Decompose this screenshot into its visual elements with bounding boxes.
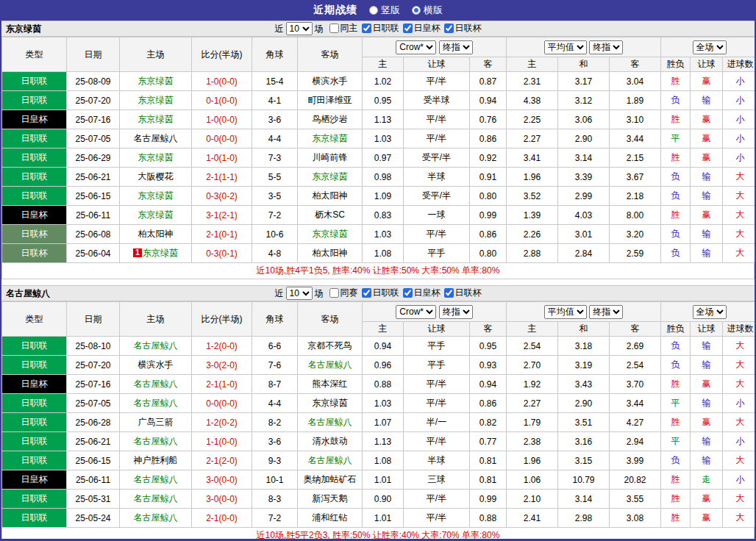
filter-option[interactable]: 日联杯 — [441, 287, 482, 299]
match-score[interactable]: 1-2(0-0) — [192, 337, 252, 356]
recent-count-select[interactable]: 10 — [286, 22, 313, 35]
home-team-name[interactable]: 名古屋鲸八 — [134, 398, 178, 408]
filter-checkbox[interactable] — [403, 288, 413, 298]
away-team[interactable]: 名古屋鲸八 — [298, 356, 363, 375]
match-score[interactable]: 1-0(1-0) — [192, 148, 252, 168]
layout-radio-vertical[interactable]: 竖版 — [369, 4, 400, 17]
match-score[interactable]: 1-0(0-0) — [192, 72, 252, 91]
euro-source-select[interactable]: 平均值 — [544, 40, 587, 54]
away-team-name[interactable]: 新泻天鹅 — [313, 493, 348, 504]
away-team[interactable]: 川崎前锋 — [298, 148, 363, 168]
away-team-name[interactable]: 浦和红钻 — [313, 512, 348, 523]
away-team-name[interactable]: 名古屋鲸八 — [308, 455, 352, 465]
home-team-name[interactable]: 东京绿茵 — [138, 209, 174, 220]
away-team[interactable]: 名古屋鲸八 — [298, 413, 363, 432]
match-score[interactable]: 2-1(0-0) — [192, 509, 252, 528]
recent-count-select[interactable]: 10 — [286, 287, 313, 300]
scope-select[interactable]: 全场 — [693, 40, 727, 54]
away-team[interactable]: 东京绿茵 — [298, 225, 363, 244]
match-score[interactable]: 1-1(0-0) — [192, 432, 252, 451]
home-team[interactable]: 东京绿茵 — [120, 187, 192, 206]
away-team[interactable]: 浦和红钻 — [298, 509, 363, 528]
match-score[interactable]: 0-3(0-1) — [192, 244, 252, 263]
filter-option[interactable]: 日职联 — [358, 22, 399, 35]
home-team-name[interactable]: 东京绿茵 — [138, 152, 174, 162]
away-team[interactable]: 町田泽维亚 — [298, 91, 363, 110]
away-team[interactable]: 京都不死鸟 — [298, 337, 363, 356]
asia-stage-select[interactable]: 终指 — [439, 305, 473, 319]
filter-checkbox[interactable] — [362, 24, 371, 33]
home-team[interactable]: 东京绿茵 — [120, 72, 192, 91]
away-team-name[interactable]: 鸟栖沙岩 — [313, 114, 348, 124]
away-team-name[interactable]: 清水鼓动 — [313, 436, 348, 446]
away-team-name[interactable]: 东京绿茵 — [313, 398, 348, 408]
home-team-name[interactable]: 名古屋鲸八 — [134, 474, 178, 484]
away-team[interactable]: 新泻天鹅 — [298, 490, 363, 509]
match-score[interactable]: 1-0(0-0) — [192, 110, 252, 129]
home-team[interactable]: 名古屋鲸八 — [120, 394, 192, 413]
match-score[interactable]: 3-0(0-0) — [192, 470, 252, 490]
away-team[interactable]: 鸟栖沙岩 — [298, 110, 363, 129]
filter-option[interactable]: 同赛 — [326, 287, 358, 299]
away-team-name[interactable]: 奥纳加蛄矿石 — [304, 474, 357, 484]
home-team-name[interactable]: 东京绿茵 — [138, 95, 174, 105]
asia-source-select[interactable]: Crow* — [396, 40, 436, 54]
home-team[interactable]: 横滨水手 — [120, 356, 192, 375]
away-team[interactable]: 清水鼓动 — [298, 432, 363, 451]
home-team-name[interactable]: 名古屋鲸八 — [134, 493, 178, 504]
home-team-name[interactable]: 广岛三箭 — [138, 417, 174, 427]
home-team[interactable]: 大阪樱花 — [120, 168, 192, 187]
euro-source-select[interactable]: 平均值 — [544, 305, 587, 319]
away-team-name[interactable]: 东京绿茵 — [313, 133, 348, 143]
home-team[interactable]: 名古屋鲸八 — [120, 470, 192, 490]
home-team[interactable]: 名古屋鲸八 — [120, 337, 192, 356]
away-team-name[interactable]: 名古屋鲸八 — [308, 417, 352, 427]
match-score[interactable]: 2-1(1-1) — [192, 168, 252, 187]
away-team-name[interactable]: 京都不死鸟 — [308, 340, 352, 351]
home-team[interactable]: 东京绿茵 — [120, 148, 192, 168]
home-team-name[interactable]: 东京绿茵 — [138, 76, 174, 86]
away-team[interactable]: 东京绿茵 — [298, 394, 363, 413]
home-team[interactable]: 名古屋鲸八 — [120, 509, 192, 528]
away-team-name[interactable]: 横滨水手 — [313, 76, 348, 86]
home-team-name[interactable]: 大阪樱花 — [138, 171, 174, 182]
home-team-name[interactable]: 东京绿茵 — [143, 248, 178, 258]
match-score[interactable]: 3-0(2-0) — [192, 356, 252, 375]
filter-option[interactable]: 同主 — [326, 22, 358, 35]
home-team[interactable]: 名古屋鲸八 — [120, 432, 192, 451]
home-team[interactable]: 东京绿茵 — [120, 110, 192, 129]
home-team[interactable]: 东京绿茵 — [120, 206, 192, 225]
home-team[interactable]: 广岛三箭 — [120, 413, 192, 432]
home-team-name[interactable]: 名古屋鲸八 — [134, 133, 178, 143]
away-team[interactable]: 奥纳加蛄矿石 — [298, 470, 363, 490]
away-team-name[interactable]: 东京绿茵 — [313, 171, 348, 182]
away-team-name[interactable]: 川崎前锋 — [313, 152, 348, 162]
home-team-name[interactable]: 柏太阳神 — [138, 229, 174, 239]
filter-option[interactable]: 日皇杯 — [399, 22, 441, 35]
match-score[interactable]: 2-1(2-0) — [192, 451, 252, 470]
away-team-name[interactable]: 名古屋鲸八 — [308, 359, 352, 370]
home-team[interactable]: 1东京绿茵 — [120, 244, 192, 263]
filter-option[interactable]: 日联杯 — [441, 22, 482, 35]
away-team-name[interactable]: 柏太阳神 — [313, 248, 348, 258]
away-team-name[interactable]: 熊本深红 — [313, 379, 348, 389]
home-team[interactable]: 柏太阳神 — [120, 225, 192, 244]
home-team-name[interactable]: 东京绿茵 — [138, 114, 174, 124]
home-team-name[interactable]: 名古屋鲸八 — [134, 340, 178, 351]
away-team[interactable]: 横滨水手 — [298, 72, 363, 91]
euro-stage-select[interactable]: 终指 — [589, 40, 623, 54]
away-team-name[interactable]: 枥木SC — [315, 209, 345, 220]
home-team[interactable]: 神户胜利船 — [120, 451, 192, 470]
asia-stage-select[interactable]: 终指 — [439, 40, 473, 54]
filter-checkbox[interactable] — [444, 288, 454, 298]
scope-select[interactable]: 全场 — [693, 305, 727, 319]
home-team-name[interactable]: 名古屋鲸八 — [134, 379, 178, 389]
filter-checkbox[interactable] — [403, 24, 413, 33]
away-team[interactable]: 柏太阳神 — [298, 187, 363, 206]
match-score[interactable]: 2-1(0-1) — [192, 225, 252, 244]
away-team[interactable]: 枥木SC — [298, 206, 363, 225]
asia-source-select[interactable]: Crow* — [396, 305, 436, 319]
match-score[interactable]: 3-1(2-1) — [192, 206, 252, 225]
match-score[interactable]: 1-2(0-2) — [192, 413, 252, 432]
home-team-name[interactable]: 名古屋鲸八 — [134, 436, 178, 446]
